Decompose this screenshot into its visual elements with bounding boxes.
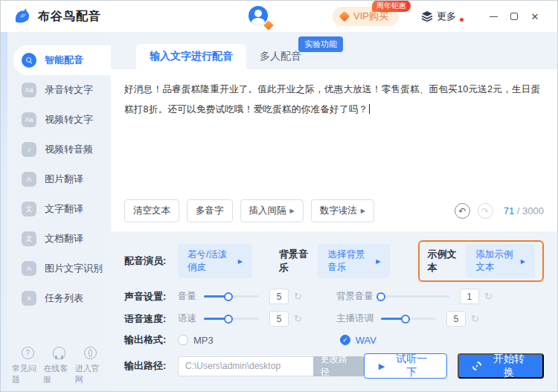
change-path-button[interactable]: 更改路径: [313, 356, 364, 376]
vip-purchase-button[interactable]: VIP购买 周年钜惠: [333, 7, 399, 26]
sound-settings-label: 声音设置:: [124, 290, 178, 303]
customer-service-icon: [53, 347, 65, 359]
speech-speed-label: 语音速度:: [124, 312, 178, 326]
polyphone-button[interactable]: 多音字: [187, 199, 233, 222]
sidebar-item-label: 文档翻译: [45, 232, 83, 245]
format-option-wav[interactable]: ✓ WAV: [340, 335, 376, 346]
faq-button[interactable]: ? 常见问题: [12, 347, 43, 385]
add-sample-text-button[interactable]: 添加示例文本 ▶: [466, 244, 535, 278]
image-translate-icon: A: [22, 172, 36, 187]
sidebar-item-video-to-text[interactable]: Aa 视频转文字: [1, 105, 111, 135]
volume-slider[interactable]: [204, 295, 259, 298]
caret-right-icon: ▶: [361, 208, 365, 214]
clear-text-button[interactable]: 清空文本: [124, 199, 179, 222]
sidebar-item-label: 录音转文字: [45, 83, 93, 97]
tone-reset-icon[interactable]: ↻: [471, 313, 479, 324]
faq-icon: ?: [22, 347, 34, 359]
redo-button[interactable]: ↷: [478, 203, 493, 219]
maximize-icon: [510, 13, 518, 20]
website-icon: [84, 347, 97, 359]
bg-volume-slider-handle[interactable]: [376, 292, 385, 301]
sidebar-item-task-list[interactable]: ≡ 任务列表: [1, 283, 111, 313]
tone-slider[interactable]: [381, 318, 436, 320]
speed-slider[interactable]: [204, 318, 259, 320]
insert-pause-button[interactable]: 插入间隔▶: [240, 199, 304, 222]
format-row: 输出格式: MP3 ✓ WAV: [124, 333, 544, 347]
voice-actor-select[interactable]: 若兮/活泼俏皮 ▶: [178, 244, 252, 278]
tone-label: 主播语调: [336, 312, 373, 325]
tone-value[interactable]: 5: [446, 311, 466, 327]
text-translate-icon: 文: [22, 202, 36, 216]
dubbing-text-input[interactable]: 好消息！品睿蛋糕隆重开业了。值此开业之际，优惠大放送！零售蛋糕、面包买10元送2…: [124, 80, 544, 199]
sidebar-item-image-translate[interactable]: A 图片翻译: [1, 164, 111, 194]
speed-label: 语速: [178, 312, 196, 325]
close-button[interactable]: ✕: [525, 6, 545, 27]
user-avatar[interactable]: [248, 6, 271, 28]
sidebar-item-label: 文字翻译: [45, 202, 83, 216]
bg-volume-reset-icon[interactable]: ↻: [484, 291, 493, 302]
tab-text-dubbing[interactable]: 输入文字进行配音: [136, 44, 246, 69]
more-label: 更多: [437, 10, 456, 23]
sample-text-highlight: 示例文本 添加示例文本 ▶: [418, 240, 544, 282]
minimize-button[interactable]: [483, 6, 504, 27]
sidebar-item-label: 图片翻译: [45, 173, 83, 186]
bg-volume-slider[interactable]: [381, 295, 449, 298]
sidebar-item-doc-translate[interactable]: 文 文档翻译: [1, 224, 111, 254]
sidebar-item-text-translate[interactable]: 文 文字翻译: [1, 194, 111, 224]
bgm-select[interactable]: 选择背景音乐 ▶: [318, 244, 390, 278]
sidebar-item-smart-dubbing[interactable]: 智能配音: [13, 45, 111, 75]
volume-slider-handle[interactable]: [224, 292, 233, 301]
customer-service-button[interactable]: 在线客服: [43, 347, 74, 385]
speed-row: 语音速度: 语速 5 ↻ 主播语调 5 ↻: [124, 311, 544, 327]
sidebar: 智能配音 Aa 录音转文字 Aa 视频转文字 ♪ 视频转音频 A 图片翻译: [1, 32, 111, 392]
bird-logo-icon: [13, 7, 32, 26]
bg-volume-label: 背景音量: [336, 290, 373, 303]
output-path-input[interactable]: C:\Users\admin\desktop: [178, 356, 313, 376]
number-reading-button[interactable]: 数字读法▶: [311, 199, 374, 222]
speed-slider-handle[interactable]: [224, 315, 233, 324]
convert-icon: [472, 361, 482, 371]
main-panel: 实验功能 输入文字进行配音 多人配音 好消息！品睿蛋糕隆重开业了。值此开业之际，…: [111, 32, 557, 392]
caret-right-icon: ▶: [376, 258, 380, 265]
start-convert-button[interactable]: 开始转换: [458, 353, 544, 379]
doc-translate-icon: 文: [22, 231, 36, 246]
radio-unchecked-icon: [178, 335, 188, 345]
voice-row: 配音演员: 若兮/活泼俏皮 ▶ 背景音乐 选择背景音乐 ▶ 示例文本 添加示例文…: [124, 240, 544, 282]
play-icon: ▶: [379, 362, 385, 371]
volume-value[interactable]: 5: [269, 289, 289, 304]
sidebar-item-label: 视频转文字: [45, 113, 93, 126]
video-to-text-icon: Aa: [22, 112, 36, 127]
video-to-audio-icon: ♪: [22, 142, 36, 157]
format-option-mp3[interactable]: MP3: [178, 335, 214, 346]
text-caret: [369, 104, 370, 114]
more-menu-button[interactable]: 更多: [421, 10, 464, 23]
maximize-button[interactable]: [504, 6, 525, 27]
wav-label: WAV: [356, 335, 376, 346]
speed-reset-icon[interactable]: ↻: [294, 313, 302, 324]
settings-panel: 配音演员: 若兮/活泼俏皮 ▶ 背景音乐 选择背景音乐 ▶ 示例文本 添加示例文…: [111, 231, 557, 392]
layers-icon: [421, 11, 433, 22]
sidebar-item-ocr[interactable]: A 图片文字识别: [1, 254, 111, 283]
sidebar-item-audio-to-text[interactable]: Aa 录音转文字: [1, 75, 111, 105]
preview-button[interactable]: ▶ 试听一下: [364, 353, 447, 379]
sidebar-footer: ? 常见问题 在线客服 进入官网: [7, 347, 111, 385]
audio-to-text-icon: Aa: [22, 83, 36, 97]
minimize-icon: [490, 16, 498, 17]
path-row: 输出路径: C:\Users\admin\desktop 更改路径 ▶ 试听一下: [124, 353, 544, 379]
speed-value[interactable]: 5: [269, 311, 289, 327]
sidebar-item-label: 图片文字识别: [45, 262, 103, 275]
sample-text-label: 示例文本: [427, 248, 457, 274]
mp3-label: MP3: [193, 335, 214, 346]
undo-button[interactable]: ↶: [455, 203, 470, 219]
radio-checked-icon: ✓: [340, 335, 350, 345]
tab-bar: 输入文字进行配音 多人配音: [136, 44, 557, 69]
caret-right-icon: ▶: [238, 258, 243, 265]
website-button[interactable]: 进入官网: [75, 347, 106, 385]
bg-volume-value[interactable]: 1: [460, 289, 479, 304]
tone-slider-handle[interactable]: [401, 315, 410, 324]
notification-dot: [460, 18, 464, 22]
sidebar-item-video-to-audio[interactable]: ♪ 视频转音频: [1, 135, 111, 164]
sidebar-item-label: 任务列表: [45, 292, 83, 305]
voice-actor-label: 配音演员:: [124, 254, 178, 268]
volume-reset-icon[interactable]: ↻: [294, 291, 302, 302]
